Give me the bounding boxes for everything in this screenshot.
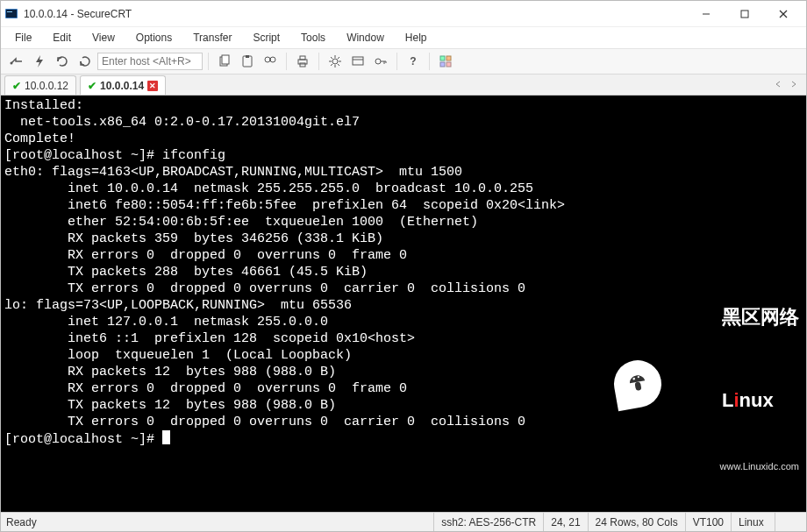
terminal-line: [root@localhost ~]# ifconfig [4, 147, 803, 164]
reconnect-button[interactable] [52, 51, 73, 72]
disconnect-button[interactable] [75, 51, 96, 72]
svg-rect-12 [246, 55, 249, 58]
copy-button[interactable] [214, 51, 235, 72]
separator [429, 53, 430, 70]
status-bar: Ready ssh2: AES-256-CTR 24, 21 24 Rows, … [1, 512, 806, 531]
svg-point-19 [332, 59, 338, 64]
tab-prev-button[interactable] [771, 77, 785, 91]
cursor [162, 430, 170, 444]
session-options-button[interactable] [347, 51, 368, 72]
help-button[interactable]: ? [403, 51, 424, 72]
tab-nav [771, 77, 801, 91]
watermark-brand-en: Linux [668, 375, 799, 425]
help-icon: ? [410, 55, 416, 67]
print-button[interactable] [292, 51, 313, 72]
host-input[interactable] [97, 53, 203, 70]
status-proto2: Linux [731, 513, 775, 531]
quick-connect-button[interactable] [29, 51, 50, 72]
terminal-line: Installed: [4, 97, 803, 114]
tab-next-button[interactable] [787, 77, 801, 91]
maximize-button[interactable] [725, 2, 764, 26]
terminal-line: RX packets 359 bytes 346256 (338.1 KiB) [4, 231, 803, 247]
status-proto1: VT100 [685, 513, 731, 531]
menu-window[interactable]: Window [338, 30, 393, 46]
app-icon [4, 7, 18, 21]
terminal-line: eth0: flags=4163<UP,BROADCAST,RUNNING,MU… [4, 164, 803, 181]
status-ready: Ready [6, 513, 44, 531]
print-icon [296, 54, 310, 68]
svg-rect-35 [446, 56, 451, 60]
watermark-brand: 黑区网络 [668, 292, 799, 342]
title-bar: 10.0.0.14 - SecureCRT [1, 1, 806, 27]
menu-view[interactable]: View [83, 30, 124, 46]
terminal[interactable]: Installed: net-tools.x86_64 0:2.0-0.17.2… [1, 96, 806, 512]
menu-transfer[interactable]: Transfer [184, 30, 240, 46]
menu-edit[interactable]: Edit [44, 30, 80, 46]
key-icon [374, 54, 388, 68]
terminal-line: ether 52:54:00:6b:5f:ee txqueuelen 1000 … [4, 214, 803, 231]
svg-marker-8 [36, 55, 43, 67]
menu-tools[interactable]: Tools [292, 30, 334, 46]
svg-line-27 [338, 57, 339, 59]
chevron-left-icon [775, 81, 782, 88]
maximize-icon [740, 10, 749, 18]
gear-icon [328, 54, 342, 68]
toggle-view-button[interactable] [435, 51, 456, 72]
svg-rect-2 [7, 11, 12, 12]
lightning-icon [32, 54, 46, 68]
session-tab-1[interactable]: ✔ 10.0.0.12 [4, 75, 76, 95]
paste-button[interactable] [237, 51, 258, 72]
svg-point-7 [11, 62, 13, 65]
status-extra [775, 513, 801, 531]
terminal-line: inet6 fe80::5054:ff:fe6b:5fee prefixlen … [4, 197, 803, 214]
toolbar: ? [1, 48, 806, 74]
session-tab-2[interactable]: ✔ 10.0.0.14 ✕ [80, 75, 166, 95]
menu-options[interactable]: Options [127, 30, 181, 46]
watermark: 黑区网络 Linux www.Linuxidc.com [614, 259, 799, 508]
menu-file[interactable]: File [6, 30, 40, 46]
watermark-url: www.Linuxidc.com [668, 458, 799, 475]
chevron-right-icon [790, 81, 797, 88]
paste-icon [240, 54, 254, 68]
minimize-icon [702, 10, 711, 18]
watermark-badge-icon [611, 356, 666, 411]
reconnect-icon [55, 54, 69, 68]
separator [208, 53, 209, 70]
find-icon [263, 54, 277, 68]
svg-rect-10 [222, 55, 229, 64]
tab-close-button[interactable]: ✕ [147, 81, 158, 91]
svg-line-25 [338, 64, 339, 66]
session-tab-label: 10.0.0.12 [25, 80, 68, 92]
terminal-line: net-tools.x86_64 0:2.0-0.17.20131004git.… [4, 114, 803, 131]
find-button[interactable] [260, 51, 281, 72]
keys-button[interactable] [370, 51, 391, 72]
svg-point-30 [375, 59, 381, 64]
connect-button[interactable] [6, 51, 27, 72]
minimize-button[interactable] [687, 2, 725, 26]
close-button[interactable] [764, 2, 803, 26]
svg-line-26 [331, 64, 332, 66]
grid-icon [439, 54, 453, 68]
options-button[interactable] [325, 51, 346, 72]
status-cipher: ssh2: AES-256-CTR [433, 513, 543, 531]
svg-rect-34 [440, 56, 445, 60]
svg-rect-36 [440, 62, 445, 67]
menu-help[interactable]: Help [396, 30, 436, 46]
svg-rect-1 [6, 10, 17, 18]
connected-icon: ✔ [12, 80, 21, 92]
session-tab-label: 10.0.0.14 [100, 80, 144, 92]
svg-rect-28 [353, 57, 363, 65]
menu-script[interactable]: Script [244, 30, 289, 46]
separator [318, 53, 319, 70]
svg-rect-40 [634, 381, 641, 391]
svg-line-24 [331, 57, 332, 59]
app-window: 10.0.0.14 - SecureCRT File Edit View Opt… [0, 0, 807, 532]
svg-rect-37 [446, 62, 451, 67]
separator [286, 53, 287, 70]
status-dimensions: 24 Rows, 80 Cols [588, 513, 685, 531]
session-tabs: ✔ 10.0.0.12 ✔ 10.0.0.14 ✕ [1, 74, 806, 96]
window-buttons [687, 2, 803, 26]
menu-bar: File Edit View Options Transfer Script T… [1, 27, 806, 48]
window-title: 10.0.0.14 - SecureCRT [24, 8, 132, 20]
terminal-line: Complete! [4, 131, 803, 147]
